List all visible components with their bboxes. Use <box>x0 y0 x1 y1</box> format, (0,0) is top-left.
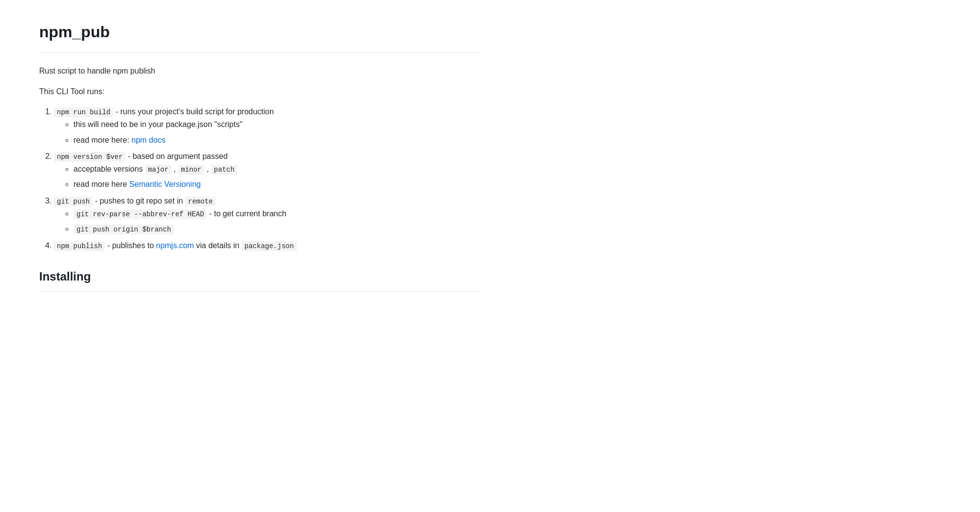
code-npm-run-build: npm run build <box>54 107 113 117</box>
npm-docs-link[interactable]: npm docs <box>131 136 165 144</box>
code-git-push-origin: git push origin $branch <box>74 225 174 234</box>
list-item-2: npm version $ver - based on argument pas… <box>54 150 480 191</box>
sublist-1-item-1: this will need to be in your package.jso… <box>74 118 480 131</box>
comma-1: , <box>173 165 178 173</box>
sublist-2-item-1: acceptable versions major , minor , patc… <box>74 163 480 176</box>
code-remote: remote <box>185 197 216 206</box>
installing-title: Installing <box>39 267 480 291</box>
comma-2: , <box>207 165 211 173</box>
sublist-3-item-1-text: - to get current branch <box>209 209 286 218</box>
subtitle: Rust script to handle npm publish <box>39 65 480 77</box>
sublist-2-item-2-text: read more here <box>74 180 129 188</box>
list-item-3: git push - pushes to git repo set in rem… <box>54 195 480 235</box>
list-item-3-desc: - pushes to git repo set in <box>95 197 185 205</box>
sublist-2-item-2: read more here Semantic Versioning <box>74 178 480 191</box>
sublist-3-item-2: git push origin $branch <box>74 223 480 235</box>
sublist-1-item-2-text: read more here: <box>74 136 131 144</box>
list-item-1: npm run build - runs your project's buil… <box>54 105 480 146</box>
sublist-1-item-1-text: this will need to be in your package.jso… <box>74 120 243 128</box>
sublist-3: git rev-parse --abbrev-ref HEAD - to get… <box>74 207 480 235</box>
page-title: npm_pub <box>39 20 480 53</box>
code-major: major <box>145 165 172 175</box>
list-item-4: npm publish - publishes to npmjs.com via… <box>54 239 480 252</box>
list-item-4-desc-after: via details in <box>196 241 242 250</box>
sublist-3-item-1: git rev-parse --abbrev-ref HEAD - to get… <box>74 207 480 220</box>
code-minor: minor <box>178 165 204 175</box>
sublist-1-item-2: read more here: npm docs <box>74 134 480 147</box>
cli-intro: This CLI Tool runs: <box>39 85 480 98</box>
code-npm-version: npm version $ver <box>54 152 125 162</box>
code-patch: patch <box>211 165 238 175</box>
list-item-1-desc: - runs your project's build script for p… <box>116 107 274 116</box>
code-git-rev-parse: git rev-parse --abbrev-ref HEAD <box>74 209 207 219</box>
code-git-push: git push <box>54 197 93 206</box>
main-list: npm run build - runs your project's buil… <box>54 105 480 252</box>
list-item-2-desc: - based on argument passed <box>128 152 228 160</box>
npmjs-link[interactable]: npmjs.com <box>156 241 194 250</box>
code-package-json: package.json <box>242 241 297 251</box>
list-item-4-desc: - publishes to <box>107 241 156 250</box>
sublist-1: this will need to be in your package.jso… <box>74 118 480 146</box>
code-npm-publish: npm publish <box>54 241 105 251</box>
semantic-versioning-link[interactable]: Semantic Versioning <box>129 180 201 188</box>
sublist-2: acceptable versions major , minor , patc… <box>74 163 480 191</box>
sublist-2-item-1-text: acceptable versions <box>74 165 145 173</box>
